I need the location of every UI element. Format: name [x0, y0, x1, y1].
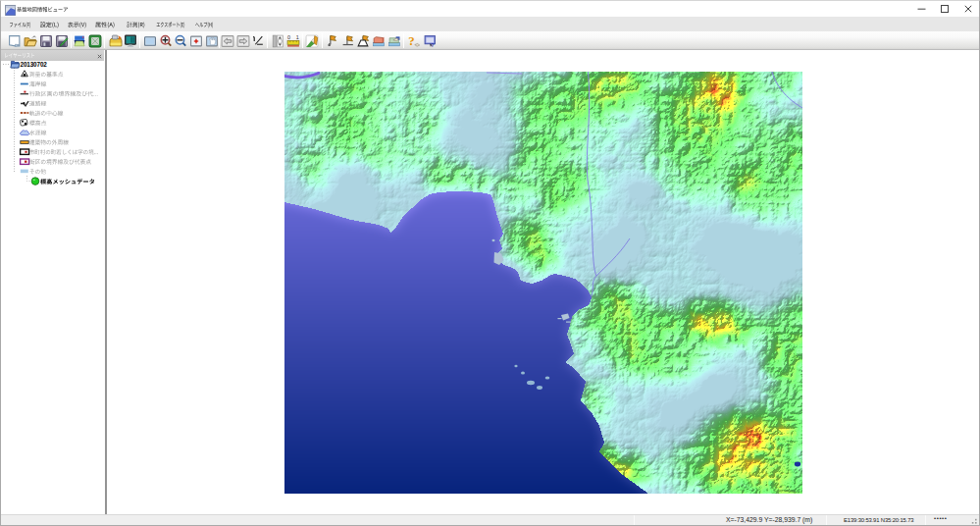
svg-text:0: 0: [287, 34, 290, 40]
svg-text:?: ?: [408, 34, 414, 48]
svg-text:1: 1: [295, 34, 298, 40]
svg-text:?: ?: [431, 42, 435, 48]
